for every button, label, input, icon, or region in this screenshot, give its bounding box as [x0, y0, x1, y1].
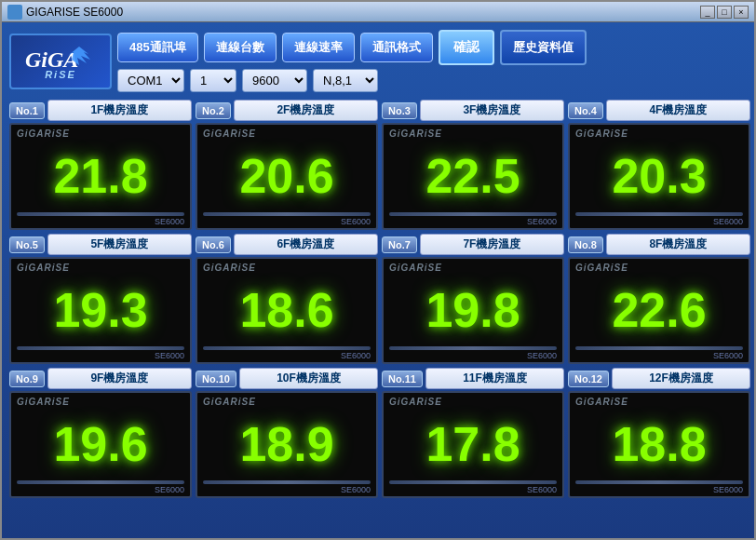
logo-area: GiGA RiSE	[9, 34, 112, 89]
monitor-room-label-11: 11F機房溫度	[425, 368, 564, 389]
monitor-bar-2	[203, 212, 371, 216]
monitor-model-10: SE6000	[203, 485, 371, 494]
monitor-bottom-5: SE6000	[17, 346, 184, 360]
monitor-brand-6: GiGARiSE	[203, 263, 371, 273]
logo-subtext: RiSE	[45, 69, 76, 80]
monitor-value-2: 20.6	[203, 152, 371, 200]
monitor-brand-7: GiGARiSE	[389, 263, 557, 273]
monitor-room-label-5: 5F機房溫度	[47, 234, 192, 255]
monitor-display-5: GiGARiSE19.3SE6000	[9, 257, 192, 364]
monitor-brand-11: GiGARiSE	[389, 397, 557, 407]
monitor-group-6: No.66F機房溫度GiGARiSE18.6SE6000	[196, 234, 378, 364]
minimize-button[interactable]: _	[700, 6, 715, 19]
monitor-no-3: No.3	[382, 102, 417, 119]
monitor-bottom-1: SE6000	[17, 212, 184, 226]
confirm-button[interactable]: 確認	[439, 30, 494, 65]
btn-connections[interactable]: 連線台數	[204, 33, 277, 62]
monitor-bar-11	[389, 480, 557, 484]
monitor-label-row-10: No.1010F機房溫度	[196, 368, 378, 389]
monitor-display-2: GiGARiSE20.6SE6000	[196, 123, 378, 230]
monitor-label-row-12: No.1212F機房溫度	[568, 368, 750, 389]
monitor-bar-7	[389, 346, 557, 350]
history-button[interactable]: 歷史資料值	[500, 30, 587, 65]
monitor-label-row-4: No.44F機房溫度	[568, 100, 750, 121]
controls-top: 485通訊埠 連線台數 連線速率 通訊格式 確認 歷史資料值	[117, 30, 750, 65]
format-select[interactable]: N,8,1	[313, 69, 378, 92]
maximize-button[interactable]: □	[717, 6, 732, 19]
monitor-group-1: No.11F機房溫度GiGARiSE21.8SE6000	[9, 100, 192, 230]
monitor-room-label-3: 3F機房溫度	[420, 100, 564, 121]
monitor-room-label-6: 6F機房溫度	[234, 234, 378, 255]
monitor-model-4: SE6000	[575, 217, 743, 226]
monitor-bar-9	[17, 480, 184, 484]
monitor-bottom-9: SE6000	[17, 480, 184, 494]
titlebar: GIGARISE SE6000 _ □ ×	[2, 2, 754, 22]
monitor-display-10: GiGARiSE18.9SE6000	[196, 391, 378, 498]
monitor-model-11: SE6000	[389, 485, 557, 494]
monitor-value-4: 20.3	[575, 152, 743, 200]
monitor-bottom-7: SE6000	[389, 346, 557, 360]
monitor-group-12: No.1212F機房溫度GiGARiSE18.8SE6000	[568, 368, 750, 498]
monitor-display-4: GiGARiSE20.3SE6000	[568, 123, 750, 230]
monitor-value-8: 22.6	[575, 286, 743, 334]
monitor-display-3: GiGARiSE22.5SE6000	[382, 123, 564, 230]
monitor-bar-5	[17, 346, 184, 350]
monitor-model-1: SE6000	[17, 217, 184, 226]
speed-select[interactable]: 9600	[242, 69, 307, 92]
monitor-model-12: SE6000	[575, 485, 743, 494]
monitor-bar-1	[17, 212, 184, 216]
monitor-group-10: No.1010F機房溫度GiGARiSE18.9SE6000	[196, 368, 378, 498]
monitor-label-row-1: No.11F機房溫度	[9, 100, 192, 121]
monitor-display-8: GiGARiSE22.6SE6000	[568, 257, 750, 364]
monitor-value-7: 19.8	[389, 286, 557, 334]
monitor-bar-12	[575, 480, 743, 484]
monitor-grid: No.11F機房溫度GiGARiSE21.8SE6000No.22F機房溫度Gi…	[9, 100, 750, 498]
monitor-room-label-9: 9F機房溫度	[47, 368, 192, 389]
monitor-bar-4	[575, 212, 743, 216]
monitor-room-label-12: 12F機房溫度	[612, 368, 750, 389]
monitor-group-4: No.44F機房溫度GiGARiSE20.3SE6000	[568, 100, 750, 230]
controls-bottom: COM1 1 9600 N,8,1	[117, 69, 750, 92]
monitor-model-5: SE6000	[17, 351, 184, 360]
count-select[interactable]: 1	[190, 69, 236, 92]
monitor-value-9: 19.6	[17, 420, 184, 468]
monitor-model-6: SE6000	[203, 351, 371, 360]
monitor-group-5: No.55F機房溫度GiGARiSE19.3SE6000	[9, 234, 192, 364]
monitor-bar-6	[203, 346, 371, 350]
monitor-room-label-7: 7F機房溫度	[420, 234, 564, 255]
monitor-label-row-6: No.66F機房溫度	[196, 234, 378, 255]
monitor-bar-8	[575, 346, 743, 350]
monitor-bottom-8: SE6000	[575, 346, 743, 360]
main-content: GiGA RiSE 485通訊埠 連線台數 連線速率 通訊格式 確認 歷史資料值…	[2, 22, 756, 540]
btn-speed[interactable]: 連線速率	[282, 33, 355, 62]
monitor-model-2: SE6000	[203, 217, 371, 226]
monitor-no-9: No.9	[9, 371, 45, 387]
com-select[interactable]: COM1	[117, 69, 184, 92]
monitor-group-7: No.77F機房溫度GiGARiSE19.8SE6000	[382, 234, 564, 364]
monitor-brand-4: GiGARiSE	[575, 128, 743, 139]
monitor-display-6: GiGARiSE18.6SE6000	[196, 257, 378, 364]
monitor-no-12: No.12	[568, 371, 609, 387]
monitor-value-11: 17.8	[389, 420, 557, 468]
monitor-display-11: GiGARiSE17.8SE6000	[382, 391, 564, 498]
monitor-brand-5: GiGARiSE	[17, 263, 184, 273]
monitor-value-1: 21.8	[17, 152, 184, 200]
monitor-no-1: No.1	[9, 102, 45, 119]
controls-area: 485通訊埠 連線台數 連線速率 通訊格式 確認 歷史資料值 COM1 1 96…	[117, 30, 750, 92]
monitor-group-2: No.22F機房溫度GiGARiSE20.6SE6000	[196, 100, 378, 230]
btn-485[interactable]: 485通訊埠	[117, 33, 198, 62]
app-icon	[7, 5, 22, 20]
monitor-model-9: SE6000	[17, 485, 184, 494]
monitor-value-10: 18.9	[203, 420, 371, 468]
btn-format[interactable]: 通訊格式	[360, 33, 433, 62]
monitor-group-9: No.99F機房溫度GiGARiSE19.6SE6000	[9, 368, 192, 498]
monitor-label-row-5: No.55F機房溫度	[9, 234, 192, 255]
monitor-bottom-2: SE6000	[203, 212, 371, 226]
close-button[interactable]: ×	[734, 6, 749, 19]
monitor-brand-2: GiGARiSE	[203, 128, 371, 139]
monitor-value-5: 19.3	[17, 286, 184, 334]
monitor-model-7: SE6000	[389, 351, 557, 360]
monitor-no-4: No.4	[568, 102, 603, 119]
monitor-display-1: GiGARiSE21.8SE6000	[9, 123, 192, 230]
monitor-bar-10	[203, 480, 371, 484]
